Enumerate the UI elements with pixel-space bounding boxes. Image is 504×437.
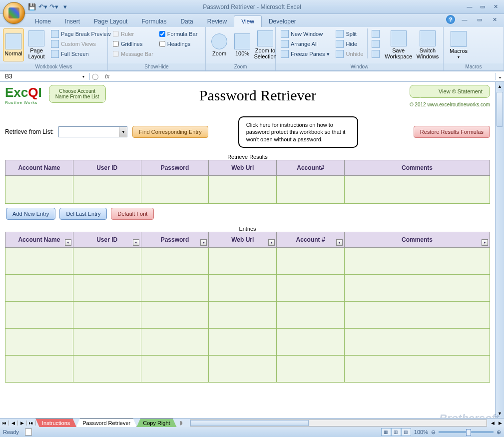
- tab-nav-next[interactable]: ▶: [18, 421, 27, 426]
- tab-nav-first[interactable]: ⏮: [0, 421, 9, 426]
- cell[interactable]: [277, 175, 345, 203]
- cell[interactable]: [344, 301, 490, 328]
- tab-home[interactable]: Home: [28, 16, 58, 27]
- cell[interactable]: [277, 355, 345, 382]
- zoom-out-button[interactable]: ⊖: [431, 429, 436, 436]
- maximize-button[interactable]: ▭: [477, 2, 488, 11]
- doc-close-button[interactable]: ✕: [489, 15, 500, 24]
- cell[interactable]: [5, 247, 73, 274]
- col-account-num[interactable]: Account #▼: [277, 232, 345, 247]
- cell[interactable]: [344, 328, 490, 355]
- instructions-box[interactable]: Click here for instructions on how to pa…: [238, 116, 358, 148]
- cell[interactable]: [73, 247, 141, 274]
- tab-formulas[interactable]: Formulas: [134, 16, 173, 27]
- cell[interactable]: [73, 301, 141, 328]
- filter-icon[interactable]: ▼: [200, 239, 207, 246]
- cell[interactable]: [344, 355, 490, 382]
- cell[interactable]: [73, 274, 141, 301]
- cell[interactable]: [73, 355, 141, 382]
- cell[interactable]: [209, 328, 277, 355]
- tab-review[interactable]: Review: [200, 16, 234, 27]
- cell[interactable]: [344, 175, 490, 203]
- tab-page-layout[interactable]: Page Layout: [87, 16, 134, 27]
- cell[interactable]: [5, 355, 73, 382]
- col-user-id[interactable]: User ID▼: [73, 232, 141, 247]
- scroll-down-icon[interactable]: ▼: [496, 409, 504, 418]
- cell[interactable]: [209, 247, 277, 274]
- close-button[interactable]: ✕: [490, 2, 501, 11]
- find-entry-button[interactable]: Find Corresponding Entry: [132, 126, 208, 138]
- doc-restore-button[interactable]: ▭: [474, 15, 485, 24]
- vertical-scrollbar[interactable]: ▲ ▼: [495, 82, 504, 418]
- cell[interactable]: [209, 175, 277, 203]
- cell[interactable]: [5, 274, 73, 301]
- qat-customize-icon[interactable]: ▾: [61, 3, 69, 11]
- cell[interactable]: [141, 328, 209, 355]
- filter-icon[interactable]: ▼: [133, 239, 139, 246]
- zoom-selection-button[interactable]: Zoom to Selection: [255, 28, 276, 61]
- cell[interactable]: [141, 274, 209, 301]
- tab-developer[interactable]: Developer: [262, 16, 303, 27]
- zoom-button[interactable]: Zoom: [209, 28, 230, 61]
- full-screen-button[interactable]: Full Screen: [49, 49, 113, 58]
- cell[interactable]: [209, 301, 277, 328]
- col-password[interactable]: Password▼: [141, 232, 209, 247]
- zoom-slider[interactable]: [439, 431, 494, 433]
- cell[interactable]: [277, 328, 345, 355]
- doc-minimize-button[interactable]: —: [459, 15, 470, 24]
- formula-bar-checkbox[interactable]: Formula Bar: [157, 29, 200, 38]
- scroll-up-icon[interactable]: ▲: [496, 82, 504, 91]
- col-account-name[interactable]: Account Name▼: [5, 232, 73, 247]
- cell[interactable]: [277, 247, 345, 274]
- chevron-down-icon[interactable]: ▼: [119, 127, 127, 137]
- sheet-tab-copyright[interactable]: Copy Right: [136, 419, 176, 428]
- switch-windows-button[interactable]: Switch Windows: [415, 28, 440, 61]
- gridlines-checkbox[interactable]: Gridlines: [111, 39, 155, 48]
- save-workspace-button[interactable]: Save Workspace: [384, 28, 413, 61]
- cell[interactable]: [73, 175, 141, 203]
- cell[interactable]: [5, 175, 73, 203]
- split-button[interactable]: Split: [334, 29, 365, 38]
- reset-pos-button[interactable]: [370, 49, 382, 58]
- name-box[interactable]: B3▾: [0, 73, 90, 80]
- ruler-checkbox[interactable]: Ruler: [111, 29, 155, 38]
- page-layout-button[interactable]: Page Layout: [26, 28, 47, 61]
- minimize-button[interactable]: —: [464, 2, 475, 11]
- freeze-panes-button[interactable]: Freeze Panes ▾: [279, 49, 332, 58]
- horizontal-scrollbar[interactable]: [190, 420, 487, 427]
- page-break-preview-button[interactable]: Page Break Preview: [49, 29, 113, 38]
- unhide-button[interactable]: Unhide: [334, 49, 365, 58]
- help-icon[interactable]: ?: [446, 15, 455, 24]
- fx-button[interactable]: fx: [100, 73, 114, 80]
- sheet-tab-password-retriever[interactable]: Password Retriever: [76, 419, 137, 428]
- view-side-button[interactable]: [370, 29, 382, 38]
- zoom-level[interactable]: 100%: [414, 429, 428, 435]
- cell[interactable]: [277, 274, 345, 301]
- custom-views-button[interactable]: Custom Views: [49, 39, 113, 48]
- tab-insert[interactable]: Insert: [58, 16, 87, 27]
- restore-formulas-button[interactable]: Restore Results Formulas: [414, 126, 490, 138]
- del-entry-button[interactable]: Del Last Entry: [59, 208, 107, 220]
- redo-icon[interactable]: ↷▾: [50, 3, 58, 11]
- cell[interactable]: [277, 301, 345, 328]
- scroll-thumb[interactable]: [497, 92, 503, 127]
- cell[interactable]: [141, 355, 209, 382]
- scroll-thumb[interactable]: [190, 420, 309, 426]
- normal-view-icon[interactable]: ▦: [381, 428, 391, 436]
- page-break-view-icon[interactable]: ▤: [401, 428, 411, 436]
- filter-icon[interactable]: ▼: [336, 239, 343, 246]
- sync-scroll-button[interactable]: [370, 39, 382, 48]
- tab-nav-last[interactable]: ⏭: [27, 421, 36, 426]
- normal-view-button[interactable]: Normal: [3, 28, 24, 61]
- zoom-in-button[interactable]: ⊕: [497, 429, 501, 436]
- filter-icon[interactable]: ▼: [65, 239, 71, 246]
- cell[interactable]: [5, 328, 73, 355]
- office-button[interactable]: [3, 2, 25, 24]
- sheet-tab-instructions[interactable]: Instructions: [35, 419, 76, 428]
- tab-nav-prev[interactable]: ◀: [9, 421, 18, 426]
- tab-data[interactable]: Data: [173, 16, 200, 27]
- add-entry-button[interactable]: Add New Entry: [6, 208, 55, 220]
- macros-button[interactable]: Macros▾: [447, 28, 471, 61]
- cell[interactable]: [73, 328, 141, 355]
- cell[interactable]: [141, 301, 209, 328]
